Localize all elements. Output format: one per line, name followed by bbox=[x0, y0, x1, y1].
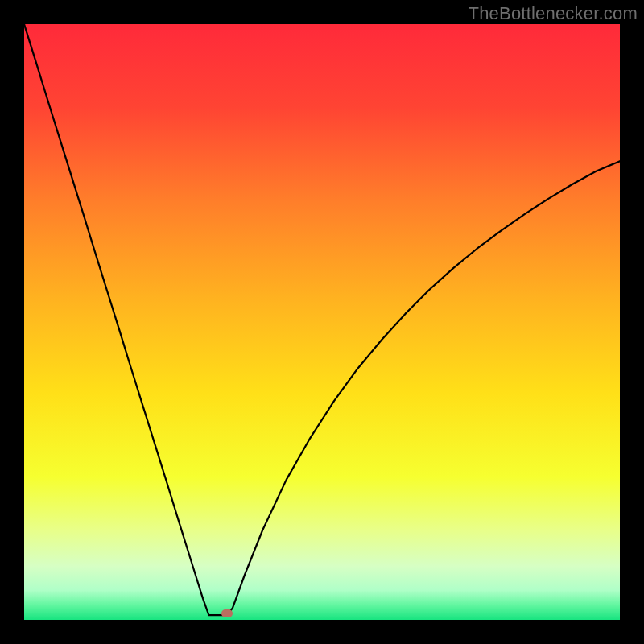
min-marker-icon bbox=[221, 609, 233, 617]
bottleneck-curve bbox=[24, 24, 620, 620]
chart-canvas: TheBottlenecker.com bbox=[0, 0, 644, 644]
plot-area bbox=[24, 24, 620, 620]
watermark-text: TheBottlenecker.com bbox=[469, 3, 638, 24]
